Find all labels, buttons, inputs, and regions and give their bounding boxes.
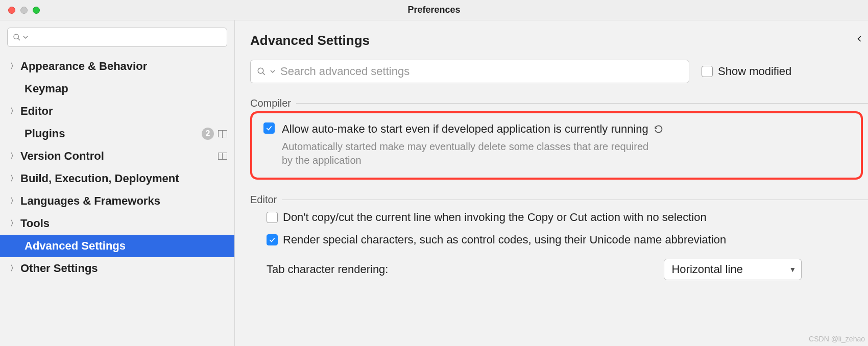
sidebar-item-languages[interactable]: 〉 Languages & Frameworks bbox=[0, 190, 234, 212]
svg-point-0 bbox=[14, 34, 18, 39]
sidebar-item-label: Editor bbox=[20, 105, 53, 118]
checkbox-icon bbox=[267, 234, 278, 245]
advanced-search-input[interactable] bbox=[279, 64, 683, 79]
tab-render-label: Tab character rendering: bbox=[267, 263, 388, 276]
checkbox-icon bbox=[702, 66, 713, 77]
window-title: Preferences bbox=[0, 5, 868, 15]
search-icon bbox=[257, 67, 266, 76]
sidebar-item-label: Build, Execution, Deployment bbox=[20, 172, 179, 185]
sidebar-item-editor[interactable]: 〉 Editor bbox=[0, 100, 234, 122]
show-modified-label: Show modified bbox=[718, 65, 791, 78]
advanced-search[interactable] bbox=[250, 60, 689, 83]
dropdown-icon: ▼ bbox=[789, 265, 797, 274]
chevron-down-icon bbox=[23, 35, 28, 40]
sidebar-item-tools[interactable]: 〉 Tools bbox=[0, 212, 234, 235]
chevron-right-icon: 〉 bbox=[10, 196, 17, 206]
chevron-right-icon: 〉 bbox=[10, 174, 17, 183]
chevron-right-icon: 〉 bbox=[10, 107, 17, 116]
separate-window-icon bbox=[218, 130, 227, 137]
watermark: CSDN @li_zehao bbox=[809, 335, 865, 343]
search-icon bbox=[13, 33, 21, 41]
section-label: Editor bbox=[250, 194, 277, 206]
chevron-down-icon bbox=[270, 69, 275, 74]
sidebar-item-label: Appearance & Behavior bbox=[20, 60, 147, 73]
section-label: Compiler bbox=[250, 97, 291, 109]
dont-copy-label: Don't copy/cut the current line when inv… bbox=[283, 211, 707, 224]
sidebar-item-advanced-settings[interactable]: Advanced Settings bbox=[0, 235, 234, 257]
chevron-right-icon: 〉 bbox=[10, 219, 17, 228]
sidebar-item-appearance[interactable]: 〉 Appearance & Behavior bbox=[0, 55, 234, 78]
show-modified-toggle[interactable]: Show modified bbox=[702, 65, 791, 78]
svg-point-2 bbox=[258, 68, 263, 73]
highlighted-setting: Allow auto-make to start even if develop… bbox=[250, 111, 863, 180]
back-arrow-icon[interactable] bbox=[855, 34, 865, 46]
chevron-right-icon: 〉 bbox=[10, 62, 17, 71]
plugins-badge: 2 bbox=[202, 128, 214, 140]
sidebar-tree: 〉 Appearance & Behavior Keymap 〉 Editor … bbox=[0, 54, 234, 280]
tab-render-value: Horizontal line bbox=[671, 263, 742, 276]
revert-icon[interactable] bbox=[654, 124, 664, 134]
allow-automake-label: Allow auto-make to start even if develop… bbox=[282, 122, 648, 136]
chevron-right-icon: 〉 bbox=[10, 264, 17, 273]
sidebar-item-label: Other Settings bbox=[20, 262, 98, 275]
allow-automake-hint: Automatically started make may eventuall… bbox=[282, 140, 649, 167]
svg-line-3 bbox=[262, 72, 265, 75]
sidebar-search[interactable] bbox=[7, 28, 227, 47]
sidebar-item-keymap[interactable]: Keymap bbox=[0, 78, 234, 100]
sidebar: 〉 Appearance & Behavior Keymap 〉 Editor … bbox=[0, 20, 235, 346]
sidebar-item-other-settings[interactable]: 〉 Other Settings bbox=[0, 257, 234, 280]
svg-line-1 bbox=[18, 38, 20, 40]
check-icon bbox=[266, 125, 273, 132]
chevron-right-icon: 〉 bbox=[10, 152, 17, 161]
sidebar-item-version-control[interactable]: 〉 Version Control bbox=[0, 145, 234, 167]
page-title: Advanced Settings bbox=[250, 33, 868, 48]
sidebar-item-label: Keymap bbox=[25, 82, 68, 95]
allow-automake-checkbox[interactable] bbox=[263, 122, 275, 134]
tab-render-select[interactable]: Horizontal line ▼ bbox=[664, 259, 802, 280]
render-special-toggle[interactable]: Render special characters, such as contr… bbox=[267, 233, 868, 246]
dont-copy-line-toggle[interactable]: Don't copy/cut the current line when inv… bbox=[267, 211, 868, 224]
titlebar: Preferences bbox=[0, 0, 868, 20]
sidebar-item-build[interactable]: 〉 Build, Execution, Deployment bbox=[0, 167, 234, 190]
sidebar-item-label: Plugins bbox=[25, 127, 65, 140]
render-special-label: Render special characters, such as contr… bbox=[283, 233, 726, 246]
main-panel: Advanced Settings Show modified Compiler bbox=[235, 20, 868, 346]
sidebar-item-label: Tools bbox=[20, 217, 50, 230]
checkbox-icon bbox=[267, 212, 278, 223]
separate-window-icon bbox=[218, 153, 227, 160]
section-compiler: Compiler bbox=[250, 97, 868, 109]
sidebar-item-label: Advanced Settings bbox=[25, 239, 126, 253]
sidebar-item-label: Languages & Frameworks bbox=[20, 194, 160, 208]
section-editor: Editor bbox=[250, 194, 868, 206]
sidebar-search-input[interactable] bbox=[30, 32, 222, 43]
sidebar-item-label: Version Control bbox=[20, 150, 104, 163]
sidebar-item-plugins[interactable]: Plugins 2 bbox=[0, 122, 234, 145]
check-icon bbox=[269, 236, 276, 243]
